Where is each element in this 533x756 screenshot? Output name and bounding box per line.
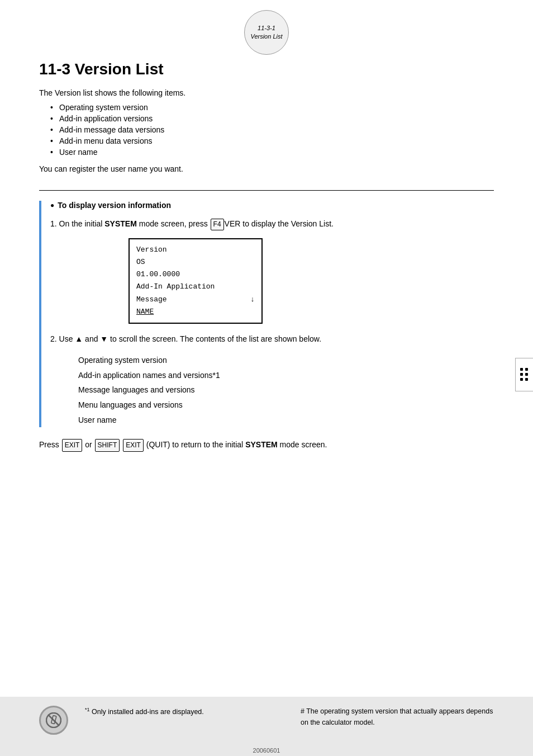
f4-key: F4 bbox=[211, 219, 224, 230]
footer-area: *1 Only installed add-ins are displayed.… bbox=[0, 697, 533, 744]
side-tab bbox=[515, 358, 533, 391]
list-item: Operating system version bbox=[78, 353, 494, 368]
screen-line4: Add-In Application bbox=[136, 281, 215, 293]
badge-line2: Version List bbox=[250, 32, 282, 41]
screen-row-6: NAME bbox=[136, 306, 255, 318]
screen-mockup: Version OS 01.00.0000 Add-In Application… bbox=[129, 238, 263, 324]
badge-line1: 11-3-1 bbox=[258, 24, 275, 32]
note2-hash: # bbox=[301, 707, 304, 715]
dot bbox=[525, 378, 528, 381]
list-item: Add-in message data versions bbox=[50, 125, 494, 134]
note2-text: The operating system version that actual… bbox=[301, 707, 493, 726]
screen-line6: NAME bbox=[136, 306, 154, 318]
page-title: 11-3 Version List bbox=[39, 60, 494, 78]
footer-note-1: *1 Only installed add-ins are displayed. bbox=[85, 706, 278, 728]
svg-line-1 bbox=[48, 715, 59, 726]
intro-text: The Version list shows the following ite… bbox=[39, 88, 494, 97]
shift-key: SHIFT bbox=[95, 439, 120, 451]
press-text: Press EXIT or SHIFT EXIT (QUIT) to retur… bbox=[39, 438, 494, 452]
list-item: Operating system version bbox=[50, 103, 494, 112]
list-item: Message languages and versions bbox=[78, 382, 494, 398]
screen-line2: OS bbox=[136, 256, 145, 268]
system-bold: SYSTEM bbox=[104, 219, 137, 228]
exit-key2: EXIT bbox=[123, 439, 144, 451]
step2-list: Operating system version Add-in applicat… bbox=[78, 353, 494, 427]
list-item: Menu languages and versions bbox=[78, 398, 494, 413]
page-container: 11-3-1 Version List 11-3 Version List Th… bbox=[0, 0, 533, 756]
dot bbox=[525, 368, 528, 371]
register-text: You can register the user name you want. bbox=[39, 164, 494, 173]
system-bold2: SYSTEM bbox=[245, 440, 278, 449]
dot bbox=[525, 373, 528, 376]
page-number: 20060601 bbox=[0, 744, 533, 756]
note1-text: Only installed add-ins are displayed. bbox=[90, 708, 204, 716]
note-icon bbox=[39, 706, 68, 735]
bullet-list: Operating system version Add-in applicat… bbox=[50, 103, 494, 157]
list-item: Add-in menu data versions bbox=[50, 136, 494, 145]
exit-key: EXIT bbox=[62, 439, 83, 451]
section-block: To display version information 1. On the… bbox=[39, 201, 494, 427]
screen-line3: 01.00.0000 bbox=[136, 268, 180, 281]
list-item: User name bbox=[50, 148, 494, 157]
no-write-icon bbox=[46, 712, 61, 728]
section-heading: To display version information bbox=[50, 201, 494, 210]
footer-note-2: # The operating system version that actu… bbox=[301, 706, 494, 728]
footer-notes: *1 Only installed add-ins are displayed.… bbox=[85, 706, 494, 728]
header-badge: 11-3-1 Version List bbox=[244, 10, 289, 55]
note1-sup: *1 bbox=[85, 707, 90, 712]
list-item: Add-in application names and versions*1 bbox=[78, 368, 494, 383]
side-tab-dots bbox=[520, 368, 529, 381]
section-divider bbox=[39, 190, 494, 191]
screen-row-2: OS bbox=[136, 256, 255, 268]
screen-arrow: ↓ bbox=[250, 294, 255, 306]
step1-text: 1. On the initial SYSTEM mode screen, pr… bbox=[50, 218, 494, 230]
dot bbox=[520, 378, 523, 381]
screen-line5: Message bbox=[136, 294, 167, 306]
screen-row-3: 01.00.0000 bbox=[136, 268, 255, 281]
dot bbox=[520, 373, 523, 376]
list-item: Add-in application versions bbox=[50, 114, 494, 123]
screen-row-4: Add-In Application bbox=[136, 281, 255, 293]
header-badge-wrap: 11-3-1 Version List bbox=[0, 0, 533, 60]
list-item: User name bbox=[78, 413, 494, 428]
screen-row-1: Version bbox=[136, 244, 255, 256]
main-content: 11-3 Version List The Version list shows… bbox=[0, 60, 533, 697]
dot bbox=[520, 368, 523, 371]
step2-intro: 2. Use ▲ and ▼ to scroll the screen. The… bbox=[50, 333, 494, 345]
screen-row-5: Message ↓ bbox=[136, 294, 255, 306]
screen-line1: Version bbox=[136, 244, 167, 256]
